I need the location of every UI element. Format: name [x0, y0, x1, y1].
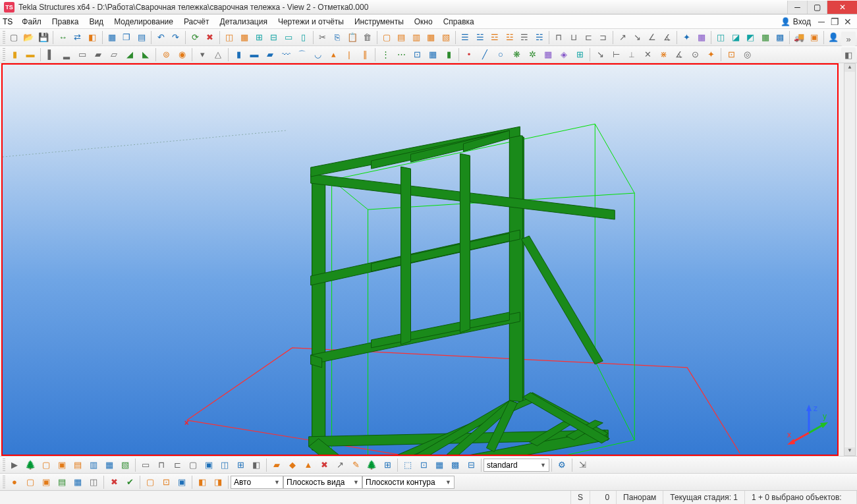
- scroll-up-icon[interactable]: ▲: [844, 64, 855, 72]
- profile6-icon[interactable]: ◡: [310, 47, 325, 62]
- copy-icon[interactable]: ⎘: [331, 30, 345, 45]
- truck-icon[interactable]: 🚚: [792, 30, 806, 45]
- sel-box5-icon[interactable]: ▦: [102, 458, 117, 472]
- phase3-icon[interactable]: ◩: [744, 30, 758, 45]
- nc-icon[interactable]: ▣: [808, 30, 821, 45]
- layers-icon[interactable]: ❐: [120, 30, 134, 45]
- delete-icon[interactable]: 🗑: [360, 30, 374, 45]
- frame4-icon[interactable]: ⊐: [597, 30, 611, 45]
- beam-icon[interactable]: ▬: [23, 47, 38, 62]
- profile7-icon[interactable]: ▴: [326, 47, 341, 62]
- model-viewport[interactable]: ×: [1, 63, 839, 456]
- grid3-icon[interactable]: ⊟: [267, 30, 281, 45]
- comp1-icon[interactable]: ❋: [509, 47, 524, 62]
- m7-icon[interactable]: ✖: [107, 475, 121, 490]
- m6-icon[interactable]: ◫: [86, 475, 101, 490]
- model-icon[interactable]: ◫: [223, 30, 236, 45]
- obj8-icon[interactable]: ⊞: [380, 458, 395, 472]
- measure2-icon[interactable]: ↘: [630, 30, 644, 45]
- selection-filter-combo[interactable]: standard▼: [484, 459, 549, 472]
- minimize-button[interactable]: ─: [787, 1, 807, 14]
- m10-icon[interactable]: ⊡: [159, 475, 173, 490]
- drawing1-icon[interactable]: ▢: [380, 30, 394, 45]
- menu-analysis[interactable]: Расчёт: [179, 16, 215, 28]
- toolbar-grip[interactable]: [3, 31, 5, 44]
- snap3-icon[interactable]: ⟂: [624, 47, 639, 62]
- weld2-icon[interactable]: △: [211, 47, 225, 62]
- filter5-icon[interactable]: ▣: [202, 458, 216, 472]
- plate1-icon[interactable]: ▌: [43, 47, 58, 62]
- inner-restore[interactable]: ❐: [828, 16, 841, 27]
- comp3-icon[interactable]: ▦: [541, 47, 555, 62]
- comp4-icon[interactable]: ◈: [557, 47, 571, 62]
- inner-minimize[interactable]: ─: [815, 16, 828, 27]
- publish-icon[interactable]: ◧: [86, 30, 99, 45]
- report2-icon[interactable]: ☱: [474, 30, 487, 45]
- filter8-icon[interactable]: ◧: [249, 458, 263, 472]
- column-icon[interactable]: ▮: [7, 47, 22, 62]
- filter2-icon[interactable]: ⊓: [154, 458, 169, 472]
- profile4-icon[interactable]: 〰: [279, 47, 293, 62]
- m3-icon[interactable]: ▣: [39, 475, 53, 490]
- obj2-icon[interactable]: ◆: [285, 458, 300, 472]
- grid-icon[interactable]: ▦: [694, 30, 708, 45]
- lock-icon[interactable]: ⇲: [575, 458, 590, 472]
- m9-icon[interactable]: ▢: [143, 475, 157, 490]
- profile1-icon[interactable]: ▮: [231, 47, 246, 62]
- wall-icon[interactable]: ▯: [296, 30, 310, 45]
- measure3-icon[interactable]: ∠: [646, 30, 659, 45]
- filter1-icon[interactable]: ▭: [138, 458, 153, 472]
- phase1-icon[interactable]: ◫: [714, 30, 728, 45]
- m8-icon[interactable]: ✔: [123, 475, 137, 490]
- m1-icon[interactable]: ●: [7, 475, 22, 490]
- drawing2-icon[interactable]: ▤: [395, 30, 408, 45]
- cut-icon[interactable]: ✂: [316, 30, 330, 45]
- menu-file[interactable]: Файл: [16, 16, 47, 28]
- menu-tools[interactable]: Инструменты: [349, 16, 409, 28]
- link-icon[interactable]: ⇄: [71, 30, 85, 45]
- menu-window[interactable]: Окно: [409, 16, 438, 28]
- undo-icon[interactable]: ↶: [154, 30, 168, 45]
- new-icon[interactable]: ▢: [7, 30, 21, 45]
- rebar5-icon[interactable]: ▮: [441, 47, 456, 62]
- menu-detailing[interactable]: Детализация: [215, 16, 273, 28]
- point-icon[interactable]: •: [462, 47, 476, 62]
- report3-icon[interactable]: ☲: [488, 30, 502, 45]
- phase5-icon[interactable]: ▩: [773, 30, 787, 45]
- view2-icon[interactable]: ◎: [740, 47, 754, 62]
- measure1-icon[interactable]: ↗: [616, 30, 630, 45]
- sel-box6-icon[interactable]: ▧: [118, 458, 132, 472]
- sel-box1-icon[interactable]: ▢: [39, 458, 53, 472]
- menu-app-icon[interactable]: TS: [3, 17, 13, 26]
- snap8-icon[interactable]: ✦: [704, 47, 718, 62]
- area2-icon[interactable]: ⊡: [416, 458, 431, 472]
- report4-icon[interactable]: ☳: [503, 30, 517, 45]
- redo-icon[interactable]: ↷: [169, 30, 182, 45]
- profile2-icon[interactable]: ▬: [247, 47, 262, 62]
- obj7-icon[interactable]: 🌲: [364, 458, 379, 472]
- area4-icon[interactable]: ▩: [448, 458, 462, 472]
- bolt2-icon[interactable]: ◉: [175, 47, 189, 62]
- m2-icon[interactable]: ▢: [23, 475, 38, 490]
- sel-arrow-icon[interactable]: ▶: [7, 458, 22, 472]
- rebar1-icon[interactable]: ⋮: [378, 47, 393, 62]
- toolbar-grip[interactable]: [3, 459, 5, 472]
- menu-modeling[interactable]: Моделирование: [109, 16, 179, 28]
- paste-icon[interactable]: 📋: [346, 30, 360, 45]
- report5-icon[interactable]: ☴: [518, 30, 532, 45]
- snap6-icon[interactable]: ∡: [672, 47, 686, 62]
- frame1-icon[interactable]: ⊓: [552, 30, 566, 45]
- area3-icon[interactable]: ▦: [432, 458, 447, 472]
- share-icon[interactable]: ↔: [56, 30, 70, 45]
- profile8-icon[interactable]: |: [342, 47, 356, 62]
- plate6-icon[interactable]: ◢: [123, 47, 137, 62]
- sel-box4-icon[interactable]: ▥: [86, 458, 101, 472]
- line-icon[interactable]: ╱: [478, 47, 492, 62]
- menu-drawings[interactable]: Чертежи и отчёты: [273, 16, 349, 28]
- sel-tree-icon[interactable]: 🌲: [23, 458, 38, 472]
- compass-icon[interactable]: ✦: [680, 30, 694, 45]
- profile9-icon[interactable]: ‖: [358, 47, 372, 62]
- measure4-icon[interactable]: ∡: [660, 30, 674, 45]
- filter7-icon[interactable]: ⊞: [233, 458, 248, 472]
- drawing5-icon[interactable]: ▧: [439, 30, 453, 45]
